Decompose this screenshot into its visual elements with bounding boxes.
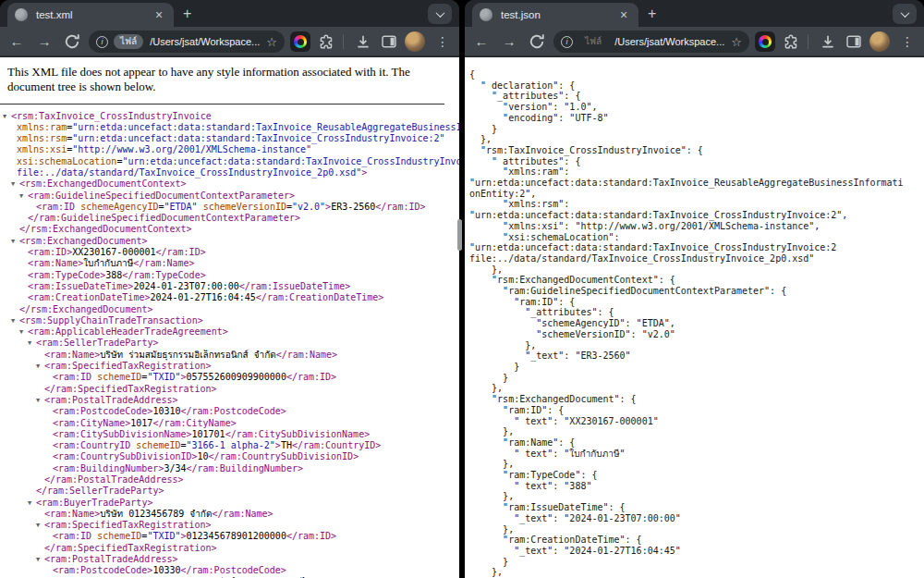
xml-token: XX230167-000001 xyxy=(72,247,155,257)
collapse-arrow-icon[interactable]: ▼ xyxy=(11,178,19,190)
xml-token: 10 xyxy=(198,451,209,461)
xml-token: <ram:CountrySubDivisionID> xyxy=(53,451,198,461)
xml-token: 101701 xyxy=(192,429,225,439)
side-panel-icon[interactable] xyxy=(845,33,862,50)
collapse-arrow-icon[interactable]: ▼ xyxy=(19,326,28,338)
xml-token: xmlns:ram xyxy=(17,122,67,132)
color-wheel-extension-icon[interactable] xyxy=(290,31,310,52)
page-info-icon[interactable]: i xyxy=(96,36,108,48)
json-line: "schemeVersionID": "v2.0" xyxy=(469,329,924,340)
xml-token: "ETDA" xyxy=(164,202,198,212)
xml-token: </ram:TypeCode> xyxy=(122,270,205,280)
menu-dots-icon[interactable]: ⋮ xyxy=(901,32,914,51)
xml-token: 10330 xyxy=(152,565,180,575)
collapse-arrow-icon[interactable]: ▼ xyxy=(36,554,44,565)
xml-line: ▼<ram:SellerTradeParty> xyxy=(0,338,459,349)
xml-token: xmlns:rsm xyxy=(17,133,67,143)
forward-button[interactable]: → xyxy=(500,32,518,51)
collapse-arrow-icon[interactable]: ▼ xyxy=(36,395,44,406)
json-line: }, xyxy=(469,426,924,437)
menu-dots-icon[interactable]: ⋮ xyxy=(436,32,449,51)
bookmark-star-icon[interactable]: ☆ xyxy=(731,35,742,49)
xml-line: xmlns:rsm="urn:etda:uncefact:data:standa… xyxy=(0,133,459,144)
extensions-puzzle-icon[interactable] xyxy=(318,33,334,50)
profile-avatar[interactable] xyxy=(405,31,425,52)
xml-line: ▼<ram:PostalTradeAddress> xyxy=(0,395,459,406)
color-wheel-extension-icon[interactable] xyxy=(755,31,775,52)
xml-token: <ram:PostcodeCode> xyxy=(53,565,152,575)
browser-window-json: test.json × + ← → i ไฟล์ /Users/jsat/Wor… xyxy=(465,0,924,578)
chevron-down-icon xyxy=(900,8,909,18)
json-line: }, xyxy=(469,383,924,394)
profile-avatar[interactable] xyxy=(869,31,890,52)
xml-token: <ram:BuyerTradeParty> xyxy=(36,498,152,508)
address-bar[interactable]: i ไฟล์ /Users/jsat/Workspace... ☆ xyxy=(553,31,749,53)
json-line: "_text": "ใบกำกับภาษี" xyxy=(469,449,924,460)
json-line: "ram:GuidelineSpecifiedDocumentContextPa… xyxy=(469,286,924,297)
xml-line: <ram:IssueDateTime>2024-01-23T07:00:00</… xyxy=(0,281,459,292)
xml-token: <ram:GuidelineSpecifiedDocumentContextPa… xyxy=(28,191,295,201)
collapse-arrow-icon[interactable]: ▼ xyxy=(11,315,19,326)
xml-token: </ram:ID> xyxy=(286,531,336,541)
collapse-arrow-icon[interactable]: ▼ xyxy=(36,361,44,372)
tab-search-button[interactable] xyxy=(428,4,452,24)
collapse-arrow-icon[interactable]: ▼ xyxy=(3,111,11,122)
tab-search-button[interactable] xyxy=(893,4,917,24)
xml-token: </ram:CitySubDivisionName> xyxy=(225,429,371,439)
json-line: "rsm:ExchangedDocumentContext": { xyxy=(469,275,924,286)
xml-line: </ram:SpecifiedTaxRegistration> xyxy=(0,543,459,554)
xml-token: <ram:PostcodeCode> xyxy=(53,406,152,416)
url-text[interactable]: /Users/jsat/Workspace... xyxy=(150,36,266,47)
new-tab-button[interactable]: + xyxy=(183,6,191,21)
xml-token: <ram:CountryID xyxy=(53,440,130,450)
scrollbar-thumb[interactable] xyxy=(457,219,462,251)
xml-line: </ram:SpecifiedTaxRegistration> xyxy=(0,384,459,395)
tab-close-icon[interactable]: × xyxy=(152,8,166,21)
xml-token: <ram:ID> xyxy=(28,247,72,257)
json-line: "ram:Name": { xyxy=(469,437,924,449)
back-button[interactable]: ← xyxy=(7,32,26,51)
back-button[interactable]: ← xyxy=(472,32,491,51)
json-line: "_text": "388" xyxy=(469,481,924,492)
url-text[interactable]: /Users/jsat/Workspace... xyxy=(614,36,731,47)
reload-button[interactable] xyxy=(63,32,81,51)
xml-token: </ram:CountrySubDivisionID> xyxy=(209,451,359,461)
json-line: "_attributes": { xyxy=(469,307,924,318)
collapse-arrow-icon[interactable]: ▼ xyxy=(28,498,36,509)
xml-token: </ram:BuildingNumber> xyxy=(187,463,303,473)
xml-token: schemeAgencyID xyxy=(75,202,158,212)
downloads-icon[interactable] xyxy=(355,33,371,50)
tab-test-xml[interactable]: test.xml × xyxy=(7,3,174,27)
xml-line: </rsm:ExchangedDocumentContext> xyxy=(0,224,459,235)
xml-line: ▼<rsm:TaxInvoice_CrossIndustryInvoice xyxy=(0,111,459,122)
tab-title: test.xml xyxy=(36,9,152,20)
xml-token: ใบกำกับภาษี xyxy=(83,258,133,268)
new-tab-button[interactable]: + xyxy=(648,6,656,21)
xml-line: xmlns:ram="urn:etda:uncefact:data:standa… xyxy=(0,122,459,133)
extensions-puzzle-icon[interactable] xyxy=(783,33,799,50)
collapse-arrow-icon[interactable]: ▼ xyxy=(28,338,36,349)
json-line: "ram:TypeCode": { xyxy=(469,470,924,481)
tab-close-icon[interactable]: × xyxy=(616,8,631,21)
json-line: "_text": "2024-01-23T07:00:00" xyxy=(469,513,924,524)
xml-token: "urn:etda:uncefact:data:standard:TaxInvo… xyxy=(72,122,459,132)
collapse-arrow-icon[interactable]: ▼ xyxy=(19,191,28,202)
xml-token: <ram:ID xyxy=(36,202,75,212)
bookmark-star-icon[interactable]: ☆ xyxy=(266,35,277,49)
page-info-icon[interactable]: i xyxy=(561,36,573,48)
side-panel-icon[interactable] xyxy=(381,33,397,50)
xml-token: > xyxy=(361,167,367,178)
address-bar[interactable]: i ไฟล์ /Users/jsat/Workspace... ☆ xyxy=(89,31,285,53)
tab-test-json[interactable]: test.json × xyxy=(472,3,638,27)
collapse-arrow-icon[interactable]: ▼ xyxy=(36,520,44,531)
xml-line: <ram:PostcodeCode>10330</ram:PostcodeCod… xyxy=(0,565,459,576)
json-line: "encoding": "UTF-8" xyxy=(469,113,924,124)
json-line: "schemeAgencyID": "ETDA", xyxy=(469,318,924,329)
collapse-arrow-icon[interactable]: ▼ xyxy=(11,236,19,247)
xml-line: <ram:ID>XX230167-000001</ram:ID> xyxy=(0,247,459,258)
forward-button[interactable]: → xyxy=(35,32,54,51)
reload-button[interactable] xyxy=(528,32,546,51)
xml-token: <ram:ID xyxy=(53,531,91,541)
json-line: "urn:etda:uncefact:data:standard:TaxInvo… xyxy=(469,178,924,189)
downloads-icon[interactable] xyxy=(820,33,836,50)
